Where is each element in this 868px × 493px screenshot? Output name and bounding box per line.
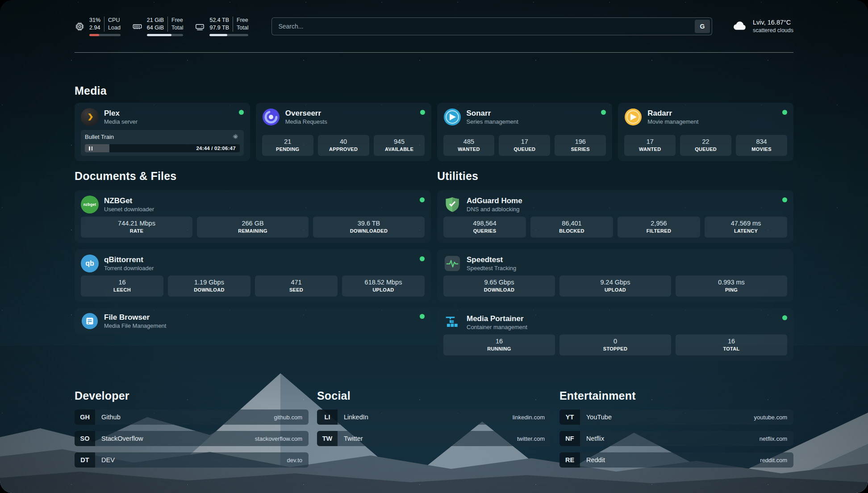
stat-label: TOTAL <box>677 346 785 352</box>
portainer-icon <box>443 313 461 331</box>
section-documents: Documents & Files nzbget NZBGet Usenet d… <box>75 170 431 361</box>
app-card-radarr[interactable]: Radarr Movie management 17 WANTED 22 QUE… <box>618 103 793 161</box>
bookmark-url: reddit.com <box>760 457 793 464</box>
bookmark-url: linkedin.com <box>513 414 551 421</box>
stat-label: QUERIES <box>445 228 524 234</box>
stat-box: 485 WANTED <box>443 135 495 156</box>
app-name: Media Portainer <box>467 314 527 324</box>
stat-box: 16 LEECH <box>81 276 163 297</box>
app-card-overseerr[interactable]: Overseerr Media Requests 21 PENDING 40 A… <box>256 103 431 161</box>
search-input[interactable] <box>272 23 695 30</box>
app-name: NZBGet <box>104 196 154 206</box>
stat-label: RATE <box>83 228 191 234</box>
stat-label: APPROVED <box>320 146 367 153</box>
ram-usage-fill <box>147 34 171 36</box>
stat-box: 39.6 TB DOWNLOADED <box>313 217 425 238</box>
adguard-icon <box>443 196 461 213</box>
now-playing-panel: Bullet Train 24:44 / 02:06:4 <box>81 130 244 156</box>
app-card-adguard[interactable]: AdGuard Home DNS and adblocking 498,564 … <box>437 190 793 243</box>
stat-box: 834 MOVIES <box>736 135 787 156</box>
status-dot <box>420 110 425 115</box>
stat-value: 17 <box>501 138 548 146</box>
stat-box: 1.19 Gbps DOWNLOAD <box>168 276 250 297</box>
app-card-plex[interactable]: Plex Media server Bullet Train <box>75 103 250 161</box>
qbittorrent-icon-text: qb <box>85 259 94 267</box>
section-title-media: Media <box>75 84 793 97</box>
app-subtitle: Media server <box>104 118 138 126</box>
app-subtitle: Speedtest Tracking <box>467 265 516 272</box>
stat-box: 196 SERIES <box>555 135 606 156</box>
status-dot <box>782 197 787 202</box>
stat-box: 2,956 FILTERED <box>618 217 700 238</box>
bookmarks-entertainment: Entertainment YT YouTube youtube.com NF … <box>559 389 793 468</box>
bookmark-youtube[interactable]: YT YouTube youtube.com <box>559 409 793 425</box>
playback-progress-bar[interactable]: 24:44 / 02:06:47 <box>85 144 240 152</box>
stat-label: STOPPED <box>561 346 669 352</box>
app-card-portainer[interactable]: Media Portainer Container management 16 … <box>437 308 793 361</box>
stat-label: LATENCY <box>706 228 785 234</box>
bookmark-linkedin[interactable]: LI LinkedIn linkedin.com <box>317 409 551 425</box>
stat-value: 9.65 Gbps <box>445 278 553 287</box>
section-title-documents: Documents & Files <box>75 170 431 183</box>
gear-icon[interactable] <box>231 133 240 141</box>
search-bar: G <box>271 17 712 35</box>
stat-box: 40 APPROVED <box>318 135 369 156</box>
cpu-label-top: CPU <box>108 17 121 24</box>
stat-value: 17 <box>626 138 674 146</box>
bookmark-name: StackOverflow <box>95 435 143 442</box>
stat-box: 266 GB REMAINING <box>197 217 309 238</box>
bookmark-stackoverflow[interactable]: SO StackOverflow stackoverflow.com <box>75 431 309 446</box>
stat-label: QUEUED <box>501 146 548 153</box>
stat-box: 0.993 ms PING <box>676 276 787 297</box>
app-card-qbittorrent[interactable]: qb qBittorrent Torrent downloader 16 <box>75 249 431 302</box>
bookmark-dev[interactable]: DT DEV dev.to <box>75 452 309 468</box>
search-engine-button[interactable]: G <box>695 20 710 33</box>
stat-label: SEED <box>257 287 336 293</box>
status-dot <box>782 315 787 320</box>
bookmark-github[interactable]: GH Github github.com <box>75 409 309 425</box>
bookmark-url: youtube.com <box>754 414 793 421</box>
ram-label-top: Free <box>171 17 183 24</box>
bookmarks-developer: Developer GH Github github.com SO StackO… <box>75 389 309 468</box>
status-dot <box>239 110 244 115</box>
ram-free-value: 21 GiB <box>147 17 164 24</box>
app-name: Sonarr <box>467 109 518 118</box>
stat-box: 16 TOTAL <box>676 334 787 355</box>
app-card-sonarr[interactable]: Sonarr Series management 485 WANTED 17 Q… <box>437 103 613 161</box>
stat-label: UPLOAD <box>561 287 669 293</box>
pause-icon[interactable] <box>89 146 92 150</box>
now-playing-title: Bullet Train <box>85 134 114 140</box>
bookmark-abbr: GH <box>75 409 95 425</box>
filebrowser-icon <box>81 312 99 330</box>
stat-box: 9.24 Gbps UPLOAD <box>559 276 671 297</box>
app-name: qBittorrent <box>104 255 154 265</box>
playback-time: 24:44 / 02:06:47 <box>196 146 236 151</box>
bookmark-name: Netflix <box>580 435 604 442</box>
ram-monitor: 21 GiB 64 GiB Free Total <box>132 17 184 36</box>
app-card-speedtest[interactable]: Speedtest Speedtest Tracking 9.65 Gbps D… <box>437 249 793 302</box>
stat-value: 9.24 Gbps <box>561 278 669 287</box>
stat-label: UPLOAD <box>344 287 423 293</box>
bookmark-name: Github <box>95 414 121 421</box>
weather-widget[interactable]: Lviv, 16.87°C scattered clouds <box>732 17 793 35</box>
status-dot <box>420 314 425 319</box>
stat-label: QUEUED <box>682 146 730 153</box>
app-card-nzbget[interactable]: nzbget NZBGet Usenet downloader 744.21 M… <box>75 190 431 243</box>
radarr-icon <box>624 108 642 126</box>
stat-label: AVAILABLE <box>376 146 423 153</box>
app-name: File Browser <box>104 313 166 322</box>
nzbget-icon-text: nzbget <box>83 202 96 207</box>
bookmark-netflix[interactable]: NF Netflix netflix.com <box>559 431 793 446</box>
disk-label-bottom: Total <box>237 24 248 32</box>
bookmark-twitter[interactable]: TW Twitter twitter.com <box>317 431 551 446</box>
stat-label: FILTERED <box>619 228 698 234</box>
stat-box: 16 RUNNING <box>443 334 555 355</box>
stat-value: 22 <box>682 138 730 146</box>
status-dot <box>782 110 787 115</box>
stat-box: 0 STOPPED <box>559 334 671 355</box>
app-name: AdGuard Home <box>467 196 522 206</box>
bookmark-reddit[interactable]: RE Reddit reddit.com <box>559 452 793 468</box>
app-subtitle: Series management <box>467 118 518 126</box>
app-card-filebrowser[interactable]: File Browser Media File Management <box>75 308 431 334</box>
disk-icon <box>195 21 205 32</box>
